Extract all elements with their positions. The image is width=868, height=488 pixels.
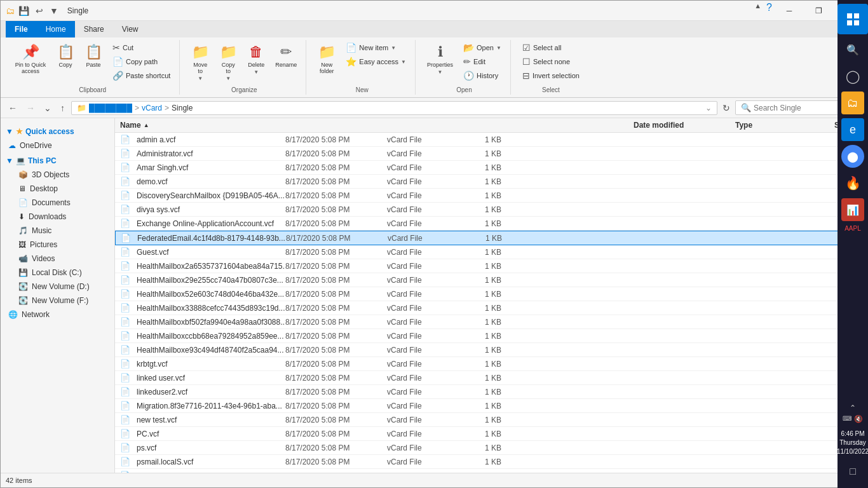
select-none-btn[interactable]: ☐ Select none	[519, 55, 583, 68]
path-dropdown-arrow[interactable]: ⌄	[705, 104, 712, 112]
table-row[interactable]: 📄Administrator.vcf 8/17/2020 5:08 PM vCa…	[115, 147, 867, 161]
search-taskbar-btn[interactable]: 🔍	[841, 38, 864, 61]
delete-btn[interactable]: 🗑 Delete ▼	[243, 41, 269, 78]
sidebar-item-desktop[interactable]: 🖥 Desktop	[1, 182, 114, 196]
edge-btn[interactable]: e	[841, 118, 864, 141]
qa-customize-btn[interactable]: ▼	[47, 4, 61, 17]
cut-label: Cut	[123, 44, 133, 51]
easy-access-btn[interactable]: ⭐ Easy access ▼	[342, 55, 410, 68]
recent-locations-btn[interactable]: ⌄	[41, 102, 54, 114]
sidebar-item-new-volume-f[interactable]: 💽 New Volume (F:)	[1, 294, 114, 308]
table-row[interactable]: 📄new test.vcf 8/17/2020 5:08 PM vCard Fi…	[115, 413, 867, 427]
sidebar-item-documents[interactable]: 📄 Documents	[1, 196, 114, 210]
table-row[interactable]: 📄HealthMailbox52e603c748d04e46ba432e... …	[115, 287, 867, 301]
sidebar-item-onedrive[interactable]: ☁ OneDrive	[1, 139, 114, 152]
file-name-cell: 📄Amar Singh.vcf	[120, 163, 285, 172]
maximize-btn[interactable]: ❐	[804, 1, 833, 21]
ribbon-chevron[interactable]: ▲	[752, 1, 764, 21]
select-all-btn[interactable]: ☑ Select all	[519, 41, 583, 54]
qa-undo-btn[interactable]: ↩	[33, 4, 46, 17]
invert-selection-btn[interactable]: ⊟ Invert selection	[519, 69, 583, 82]
header-name[interactable]: Name ▲	[120, 121, 634, 130]
edit-btn[interactable]: ✏ Edit	[459, 55, 505, 68]
path-part-2[interactable]: Single	[172, 104, 193, 112]
cortana-btn[interactable]: ◯	[841, 65, 864, 88]
header-type[interactable]: Type	[735, 121, 811, 130]
sidebar-item-3d-objects[interactable]: 📦 3D Objects	[1, 168, 114, 182]
paste-btn[interactable]: 📋 Paste	[81, 41, 106, 71]
table-row[interactable]: 📄HealthMailboxccbb68ea79284952a859ee... …	[115, 329, 867, 343]
rename-btn[interactable]: ✏ Rename	[271, 41, 301, 71]
table-row[interactable]: 📄krbtgt.vcf 8/17/2020 5:08 PM vCard File…	[115, 357, 867, 371]
sidebar-item-new-volume-d[interactable]: 💽 New Volume (D:)	[1, 280, 114, 294]
table-row[interactable]: 📄psmail.localS.vcf 8/17/2020 5:08 PM vCa…	[115, 455, 867, 469]
sidebar-item-music[interactable]: 🎵 Music	[1, 224, 114, 238]
table-row[interactable]: 📄Migration.8f3e7716-2011-43e4-96b1-aba..…	[115, 399, 867, 413]
path-part-0[interactable]: ████████	[89, 104, 132, 112]
red-chart-btn[interactable]: 📊	[841, 198, 864, 221]
header-date[interactable]: Date modified	[634, 121, 735, 130]
up-btn[interactable]: ↑	[58, 102, 67, 114]
back-btn[interactable]: ←	[6, 102, 20, 114]
table-row[interactable]: 📄divya sys.vcf 8/17/2020 5:08 PM vCard F…	[115, 203, 867, 217]
forward-btn[interactable]: →	[24, 102, 37, 114]
tab-file[interactable]: File	[6, 21, 37, 37]
open-btn[interactable]: 📂 Open ▼	[459, 41, 505, 54]
copy-to-label: Copyto	[222, 62, 235, 74]
address-path[interactable]: 📁 ████████ > vCard > Single ⌄	[71, 101, 717, 115]
file-type-cell: vCard File	[387, 149, 463, 158]
sidebar-item-network[interactable]: 🌐 Network	[1, 308, 114, 322]
copy-path-btn[interactable]: 📄 Copy path	[109, 55, 174, 68]
properties-btn[interactable]: ℹ Properties ▼	[423, 41, 457, 78]
table-row[interactable]: 📄demo.vcf 8/17/2020 5:08 PM vCard File 1…	[115, 175, 867, 189]
new-item-btn[interactable]: 📄 New item ▼	[342, 41, 410, 54]
table-row[interactable]: 📄PC.vcf 8/17/2020 5:08 PM vCard File 1 K…	[115, 427, 867, 441]
table-row[interactable]: 📄Guest.vcf 8/17/2020 5:08 PM vCard File …	[115, 245, 867, 259]
path-part-1[interactable]: vCard	[142, 104, 162, 112]
table-row[interactable]: 📄Exchange Online-ApplicationAccount.vcf …	[115, 217, 867, 231]
tab-home[interactable]: Home	[37, 21, 75, 37]
file-type-cell: vCard File	[387, 360, 463, 369]
paste-shortcut-btn[interactable]: 🔗 Paste shortcut	[109, 69, 174, 82]
refresh-btn[interactable]: ↻	[721, 102, 731, 114]
minimize-btn[interactable]: ─	[775, 1, 804, 21]
table-row[interactable]: 📄HealthMailbox33888cefcc74435d893c19d...…	[115, 301, 867, 315]
help-btn[interactable]: ?	[764, 1, 775, 21]
chrome-btn[interactable]: ⬤	[841, 145, 864, 168]
table-row[interactable]: 📄HealthMailboxbf502fa9940e4a98aa0f3088..…	[115, 315, 867, 329]
cut-btn[interactable]: ✂ Cut	[109, 41, 174, 54]
table-row[interactable]: 📄linked user.vcf 8/17/2020 5:08 PM vCard…	[115, 371, 867, 385]
qa-save-btn[interactable]: 💾	[16, 4, 32, 17]
sidebar-item-pictures[interactable]: 🖼 Pictures	[1, 238, 114, 252]
this-pc-header[interactable]: ▼ 💻 This PC	[1, 152, 114, 168]
table-row[interactable]: 📄HealthMailbox2a65357371604abea84a715...…	[115, 259, 867, 273]
table-row[interactable]: 📄HealthMailbox29e255cc740a47b0807c3e... …	[115, 273, 867, 287]
quick-access-header[interactable]: ▼ ★ Quick access	[1, 123, 114, 139]
sidebar-item-local-disk-c[interactable]: 💾 Local Disk (C:)	[1, 266, 114, 280]
move-to-btn[interactable]: 📁 Moveto ▼	[187, 41, 213, 84]
notification-btn[interactable]: □	[841, 460, 864, 483]
speaker-icon[interactable]: 🔇	[854, 415, 863, 423]
pin-quick-access-btn[interactable]: 📌 Pin to Quick access	[11, 41, 50, 77]
table-row[interactable]: 📄DiscoverySearchMailbox {D919BA05-46A...…	[115, 189, 867, 203]
tab-share[interactable]: Share	[75, 21, 113, 37]
copy-to-btn[interactable]: 📁 Copyto ▼	[215, 41, 241, 84]
table-row[interactable]: 📄HealthMailboxe93c494df48740f2a5caa94...…	[115, 343, 867, 357]
file-explorer-btn[interactable]: 🗂	[841, 92, 864, 114]
table-row[interactable]: 📄admin a.vcf 8/17/2020 5:08 PM vCard Fil…	[115, 133, 867, 147]
sidebar-item-videos[interactable]: 📹 Videos	[1, 252, 114, 266]
table-row[interactable]: 📄FederatedEmail.4c1f4d8b-8179-4148-93b..…	[115, 231, 867, 245]
new-folder-btn[interactable]: 📁 Newfolder	[314, 41, 339, 77]
start-btn[interactable]	[837, 4, 868, 34]
file-name-cell: 📄ps.vcf	[120, 443, 285, 452]
clock[interactable]: 6:46 PM Thursday 11/10/2022	[836, 427, 868, 459]
sidebar-item-downloads[interactable]: ⬇ Downloads	[1, 210, 114, 224]
copy-big-btn[interactable]: 📋 Copy	[53, 41, 78, 71]
table-row[interactable]: 📄linkeduser2.vcf 8/17/2020 5:08 PM vCard…	[115, 385, 867, 399]
tab-view[interactable]: View	[113, 21, 147, 37]
table-row[interactable]: 📄ps.vcf 8/17/2020 5:08 PM vCard File 1 K…	[115, 441, 867, 455]
flame-btn[interactable]: 🔥	[841, 172, 864, 194]
chevron-up-icon[interactable]: ⌃	[850, 403, 856, 412]
history-btn[interactable]: 🕐 History	[459, 69, 505, 82]
table-row[interactable]: 📄Amar Singh.vcf 8/17/2020 5:08 PM vCard …	[115, 161, 867, 175]
